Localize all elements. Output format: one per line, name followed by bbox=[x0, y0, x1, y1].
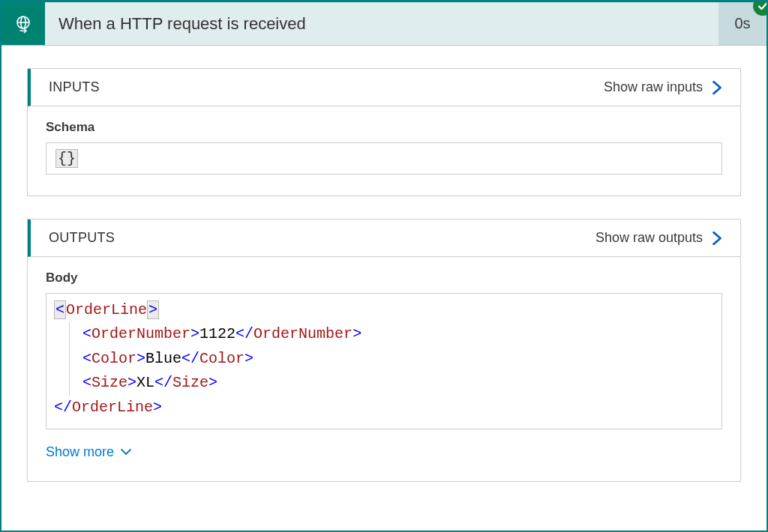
http-request-icon bbox=[2, 2, 45, 45]
trigger-details: INPUTS Show raw inputs Schema {} OUTPUTS… bbox=[2, 46, 766, 497]
schema-value: {} bbox=[56, 149, 78, 168]
show-more-link[interactable]: Show more bbox=[46, 444, 132, 460]
body-label: Body bbox=[46, 270, 722, 285]
trigger-title: When a HTTP request is received bbox=[45, 2, 718, 45]
show-raw-inputs-label: Show raw inputs bbox=[604, 79, 703, 95]
trigger-header[interactable]: When a HTTP request is received 0s bbox=[2, 2, 766, 46]
chevron-right-icon bbox=[710, 81, 724, 94]
chevron-right-icon bbox=[710, 232, 724, 245]
inputs-body: Schema {} bbox=[28, 106, 740, 196]
inputs-panel: INPUTS Show raw inputs Schema {} bbox=[27, 68, 741, 196]
show-raw-outputs-link[interactable]: Show raw outputs bbox=[596, 230, 724, 246]
chevron-down-icon bbox=[120, 446, 132, 458]
outputs-title: OUTPUTS bbox=[49, 230, 115, 246]
outputs-panel-header: OUTPUTS Show raw outputs bbox=[28, 220, 740, 257]
schema-label: Schema bbox=[46, 120, 722, 135]
show-raw-outputs-label: Show raw outputs bbox=[596, 230, 703, 246]
show-raw-inputs-link[interactable]: Show raw inputs bbox=[604, 79, 724, 95]
show-more-label: Show more bbox=[46, 444, 114, 460]
inputs-panel-header: INPUTS Show raw inputs bbox=[28, 69, 740, 106]
schema-field[interactable]: {} bbox=[46, 142, 722, 175]
outputs-body: Body <OrderLine><OrderNumber>1122</Order… bbox=[28, 257, 740, 481]
inputs-title: INPUTS bbox=[49, 79, 100, 95]
body-xml-content[interactable]: <OrderLine><OrderNumber>1122</OrderNumbe… bbox=[46, 293, 722, 429]
outputs-panel: OUTPUTS Show raw outputs Body <OrderLine… bbox=[27, 219, 741, 482]
